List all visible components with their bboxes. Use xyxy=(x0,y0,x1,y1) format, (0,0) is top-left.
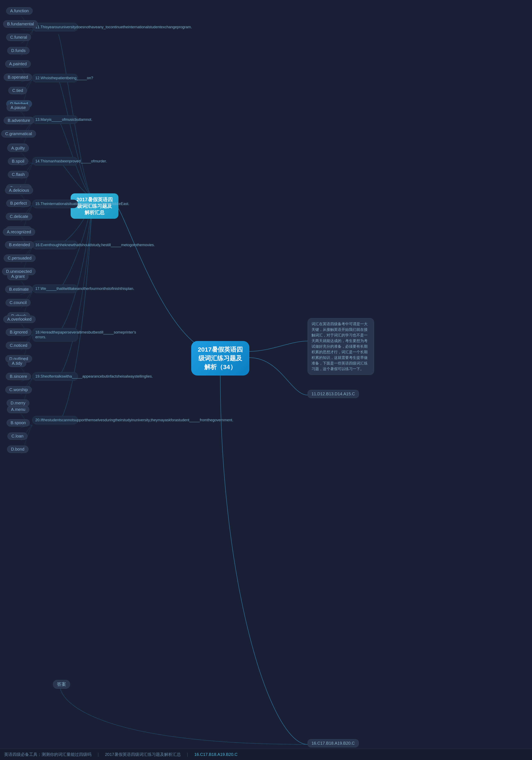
option-18-c[interactable]: C.noticed xyxy=(6,342,31,349)
option-11-b[interactable]: B.fundamental xyxy=(3,21,38,28)
option-17-a[interactable]: A.grant xyxy=(7,273,28,280)
bottom-bar-divider-2: | xyxy=(187,752,188,757)
option-11-d[interactable]: D.funds xyxy=(7,47,29,54)
main-node[interactable]: 2017暑假英语四级词汇练习题及解析（34） xyxy=(191,341,249,375)
option-20-d[interactable]: D.bond xyxy=(7,446,28,453)
bottom-bar: 英语四级必备工具：测测你的词汇量能过四级吗 | 2017暑假英语四级词汇练习题及… xyxy=(0,748,532,760)
option-14-a[interactable]: A.guilty xyxy=(7,145,29,152)
option-16-c[interactable]: C.persuaded xyxy=(4,255,35,262)
option-13-b[interactable]: B.adventure xyxy=(4,117,34,124)
option-19-d[interactable]: D.merry xyxy=(7,400,29,407)
desc-node: 词汇在英语四级备考中可谓是一大关键，从接触英语开始我们就在接触词汇，对于词汇的学… xyxy=(308,318,374,375)
option-20-a[interactable]: A.menu xyxy=(7,406,29,413)
option-20-b[interactable]: B.spoon xyxy=(7,419,30,426)
question-16[interactable]: 16.Eventhoughheknewthatlshouldstudy,hest… xyxy=(32,241,78,249)
option-17-b[interactable]: B.estimate xyxy=(5,286,33,293)
question-17[interactable]: 17.We_____thatitwitltakeanotherfourmonth… xyxy=(32,284,78,293)
option-19-b[interactable]: B.sincere xyxy=(6,373,31,380)
option-18-a[interactable]: A.overlooked xyxy=(3,316,35,323)
option-12-c[interactable]: C.tied xyxy=(8,87,27,94)
bottom-bar-item-3[interactable]: 16.C17.B18.A19.B20.C xyxy=(194,752,238,757)
question-18[interactable]: 18.Hereadthepaperseveraltimesbutbestill_… xyxy=(32,328,78,342)
answer-node-bottom: 11.D12.B13.D14.A15.C xyxy=(308,390,359,398)
question-15[interactable]: 15.Theinternationalsituationisvery_____I… xyxy=(32,200,78,208)
option-15-c[interactable]: C.delicate xyxy=(6,213,32,220)
option-11-a[interactable]: A.function xyxy=(6,7,33,15)
option-12-a[interactable]: A.painted xyxy=(5,60,31,68)
question-14[interactable]: 14.Thismanhasbeenproved_____ofmurder. xyxy=(32,157,78,166)
option-13-a[interactable]: A.pause xyxy=(7,104,30,111)
option-14-c[interactable]: C.flash xyxy=(8,171,29,178)
option-19-c[interactable]: C.worship xyxy=(5,386,32,394)
bottom-bar-item-2[interactable]: 2017暑假英语四级词汇练习题及解析汇总 xyxy=(105,752,181,757)
option-19-a[interactable]: A.tidy xyxy=(8,360,26,367)
option-15-b[interactable]: B.perfect xyxy=(6,200,31,207)
option-16-a[interactable]: A.recognized xyxy=(3,228,35,236)
option-18-b[interactable]: B.ignored xyxy=(6,329,31,336)
answer-node-main: 16.C17.B18.A19.B20.C xyxy=(308,739,359,747)
question-11[interactable]: 11.Thisyearouruniversitydoesnothaveany_t… xyxy=(32,23,78,31)
question-20[interactable]: 20.Ifthestudentscannotsupportthemselvesd… xyxy=(32,416,78,424)
option-20-c[interactable]: C.loan xyxy=(8,433,27,440)
bottom-bar-item-1[interactable]: 英语四级必备工具：测测你的词汇量能过四级吗 xyxy=(4,752,91,757)
question-19[interactable]: 19.Sheoftentalkswitha_____appearancebuti… xyxy=(32,372,78,381)
option-13-c[interactable]: C.grammatical xyxy=(1,130,36,137)
option-15-a[interactable]: A.delicious xyxy=(5,187,33,194)
question-12[interactable]: 12.Whoisthepatientbeing_____on? xyxy=(32,74,78,82)
option-14-b[interactable]: B.spoil xyxy=(8,158,28,165)
answer-label: 答案 xyxy=(53,680,70,689)
bottom-bar-divider-1: | xyxy=(98,752,99,757)
option-11-c[interactable]: C.funeral xyxy=(6,34,31,41)
option-12-b[interactable]: B.operated xyxy=(4,73,32,81)
option-17-c[interactable]: C.council xyxy=(6,299,30,306)
option-16-b[interactable]: B.extended xyxy=(5,241,34,249)
question-13[interactable]: 13.Maryis_____ofmusicbutlamnot. xyxy=(32,116,78,124)
